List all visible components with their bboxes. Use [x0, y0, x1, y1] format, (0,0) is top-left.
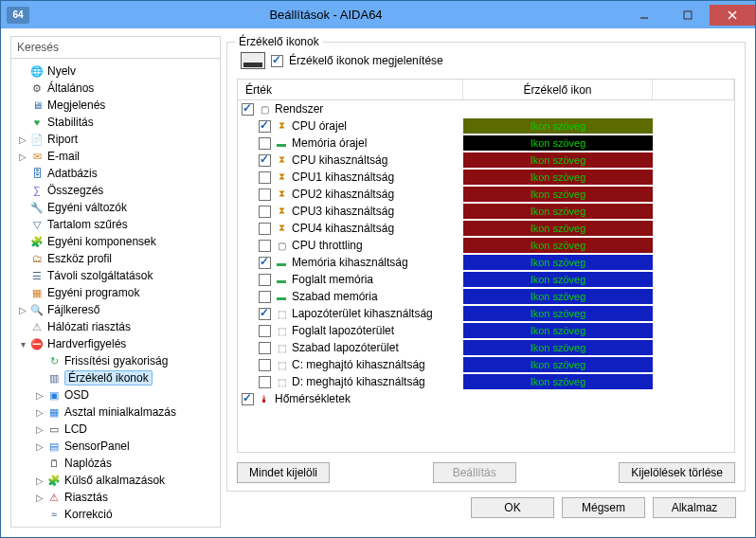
row-checkbox[interactable]: [259, 171, 271, 184]
tree-item[interactable]: ▽Tartalom szűrés: [13, 216, 218, 233]
row-checkbox[interactable]: [259, 154, 271, 167]
table-row[interactable]: ⬚C: meghajtó kihasználtságIkon szöveg: [238, 356, 734, 373]
expander-icon[interactable]: ▷: [17, 305, 28, 315]
tree-item[interactable]: ▷⚠Riasztás: [13, 489, 218, 506]
row-label: Szabad memória: [292, 290, 378, 303]
expander-icon[interactable]: ▷: [34, 407, 45, 418]
table-row[interactable]: ⧗CPU3 kihasználtságIkon szöveg: [238, 203, 734, 220]
table-body[interactable]: ▢Rendszer⧗CPU órajelIkon szöveg▬Memória …: [238, 100, 734, 452]
tree-label: Összegzés: [47, 184, 103, 197]
clear-selection-button[interactable]: Kijelölések törlése: [619, 462, 735, 483]
tree-item[interactable]: ▷🧩Külső alkalmazások: [13, 472, 218, 489]
row-checkbox[interactable]: [259, 342, 271, 354]
config-button[interactable]: Beállítás: [433, 462, 516, 483]
row-checkbox[interactable]: [259, 325, 271, 337]
select-all-button[interactable]: Mindet kijelöli: [237, 462, 330, 483]
report-icon: 📄: [29, 132, 45, 147]
expander-icon[interactable]: ▷: [17, 152, 28, 162]
tree-label: Egyéni változók: [47, 201, 127, 214]
expander-icon[interactable]: ▾: [17, 339, 28, 350]
db-icon: 🗄: [29, 166, 45, 181]
apply-button[interactable]: Alkalmaz: [653, 497, 736, 518]
show-sensor-icons-checkbox[interactable]: [271, 55, 283, 67]
tree-item[interactable]: 🗒Naplózás: [13, 455, 218, 472]
row-checkbox[interactable]: [259, 376, 271, 388]
tree-item[interactable]: ▷✉E-mail: [13, 148, 218, 165]
tree-item[interactable]: 🧩Egyéni komponensek: [13, 233, 218, 250]
table-row[interactable]: ▬Foglalt memóriaIkon szöveg: [238, 271, 734, 288]
row-label: Memória kihasználtság: [292, 256, 408, 269]
row-checkbox[interactable]: [259, 274, 271, 286]
tree-item[interactable]: 🗂Eszköz profil: [13, 250, 218, 267]
tree-item[interactable]: 🖥Megjelenés: [13, 97, 218, 114]
row-checkbox[interactable]: [242, 393, 254, 405]
table-row[interactable]: ▢CPU throttlingIkon szöveg: [238, 237, 734, 254]
tree-item[interactable]: ∑Összegzés: [13, 182, 218, 199]
ok-button[interactable]: OK: [471, 497, 554, 518]
row-checkbox[interactable]: [259, 206, 271, 218]
cancel-button[interactable]: Mégsem: [562, 497, 645, 518]
close-button[interactable]: [710, 5, 755, 26]
tree-item[interactable]: ≈Korrekció: [13, 506, 218, 523]
row-checkbox[interactable]: [259, 223, 271, 235]
minimize-button[interactable]: [622, 5, 666, 26]
tree-item[interactable]: ▷▭LCD: [13, 421, 218, 438]
row-checkbox[interactable]: [259, 188, 271, 201]
table-row[interactable]: ⬚Foglalt lapozóterületIkon szöveg: [238, 322, 734, 339]
row-checkbox[interactable]: [259, 359, 271, 371]
col-value[interactable]: Érték: [238, 80, 463, 99]
row-checkbox[interactable]: [259, 308, 271, 320]
tree-label: Asztal minialkalmazás: [64, 405, 176, 419]
tree-item[interactable]: ▾⛔Hardverfigyelés: [13, 335, 218, 352]
expander-icon[interactable]: ▷: [34, 441, 45, 452]
tree-item[interactable]: ▥Érzékelő ikonok: [13, 369, 218, 386]
tree-label: SensorPanel: [64, 439, 130, 453]
table-row[interactable]: ⧗CPU órajelIkon szöveg: [238, 117, 734, 134]
search-header[interactable]: Keresés: [11, 37, 220, 59]
expander-icon[interactable]: ▷: [34, 475, 45, 486]
table-row[interactable]: ▬Memória órajelIkon szöveg: [238, 134, 734, 152]
nav-tree[interactable]: 🌐Nyelv⚙Általános🖥Megjelenés♥Stabilitás▷📄…: [11, 59, 220, 527]
row-label: CPU throttling: [292, 239, 363, 252]
row-label: Foglalt memória: [292, 273, 373, 286]
tree-item[interactable]: ↻Frissítési gyakoriság: [13, 352, 218, 369]
expander-icon[interactable]: ▷: [34, 424, 45, 435]
table-row[interactable]: ⬚Szabad lapozóterületIkon szöveg: [238, 339, 734, 356]
tree-item[interactable]: ▷📄Riport: [13, 131, 218, 148]
tree-item[interactable]: ▷▦Asztal minialkalmazás: [13, 404, 218, 421]
tree-item[interactable]: 🗄Adatbázis: [13, 165, 218, 182]
row-checkbox[interactable]: [259, 291, 271, 303]
table-row[interactable]: ⬚Lapozóterület kihasználtságIkon szöveg: [238, 305, 734, 322]
tree-item[interactable]: 🌐Nyelv: [13, 63, 218, 80]
row-checkbox[interactable]: [259, 120, 271, 133]
tree-item[interactable]: ▷▤SensorPanel: [13, 438, 218, 455]
table-row[interactable]: ▢Rendszer: [238, 100, 734, 117]
table-row[interactable]: ⧗CPU4 kihasználtságIkon szöveg: [238, 220, 734, 237]
col-icon[interactable]: Érzékelő ikon: [463, 80, 653, 99]
row-checkbox[interactable]: [259, 240, 271, 252]
table-row[interactable]: ▬Szabad memóriaIkon szöveg: [238, 288, 734, 305]
table-row[interactable]: 🌡Hőmérsékletek: [238, 390, 734, 407]
tree-item[interactable]: ⚠Hálózati riasztás: [13, 318, 218, 335]
expander-icon[interactable]: ▷: [34, 390, 45, 401]
row-checkbox[interactable]: [242, 103, 254, 116]
row-label: Szabad lapozóterület: [292, 341, 399, 354]
tree-item[interactable]: 🔧Egyéni változók: [13, 199, 218, 216]
table-row[interactable]: ⧗CPU1 kihasználtságIkon szöveg: [238, 169, 734, 186]
tree-item[interactable]: ▷🔍Fájlkereső: [13, 301, 218, 318]
expander-icon[interactable]: ▷: [34, 493, 45, 503]
tree-item[interactable]: ▷▣OSD: [13, 386, 218, 404]
table-row[interactable]: ⧗CPU2 kihasználtságIkon szöveg: [238, 186, 734, 203]
titlebar: 64 Beállítások - AIDA64: [1, 1, 755, 28]
maximize-button[interactable]: [666, 5, 710, 26]
table-row[interactable]: ▬Memória kihasználtságIkon szöveg: [238, 254, 734, 271]
table-row[interactable]: ⬚D: meghajtó kihasználtságIkon szöveg: [238, 373, 734, 390]
table-row[interactable]: ⧗CPU kihasználtságIkon szöveg: [238, 152, 734, 169]
tree-item[interactable]: ⚙Általános: [13, 80, 218, 97]
row-checkbox[interactable]: [259, 137, 271, 150]
row-checkbox[interactable]: [259, 257, 271, 269]
expander-icon[interactable]: ▷: [17, 134, 28, 145]
tree-item[interactable]: ▦Egyéni programok: [13, 284, 218, 301]
tree-item[interactable]: ☰Távoli szolgáltatások: [13, 267, 218, 284]
tree-item[interactable]: ♥Stabilitás: [13, 114, 218, 131]
